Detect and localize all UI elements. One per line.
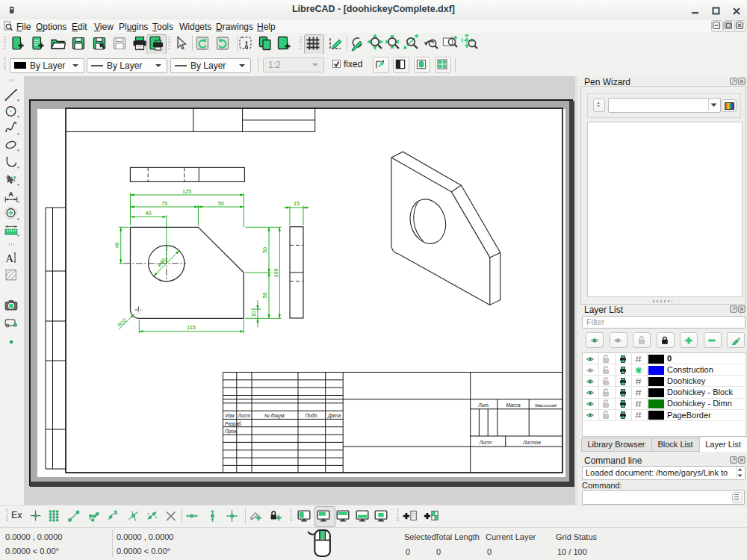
svg-text:A: A	[8, 190, 13, 198]
svg-text:50: 50	[218, 200, 224, 207]
svg-text:Масштаб: Масштаб	[535, 402, 557, 408]
svg-text:Разраб.: Разраб.	[225, 421, 243, 427]
svg-text:Дата: Дата	[327, 413, 341, 419]
svg-text:40: 40	[114, 243, 120, 249]
svg-text:№ докум.: № докум.	[264, 413, 286, 419]
svg-text:Подп.: Подп.	[306, 413, 318, 418]
svg-text:Лит.: Лит.	[477, 402, 489, 408]
svg-text:50: 50	[261, 247, 268, 253]
svg-text:Пров.: Пров.	[225, 429, 238, 435]
svg-text:115: 115	[187, 324, 195, 331]
svg-text:Листов: Листов	[522, 440, 541, 445]
svg-text:Изм: Изм	[226, 413, 235, 418]
svg-text:A: A	[5, 252, 13, 264]
svg-text:125: 125	[182, 188, 191, 195]
svg-text:100: 100	[273, 269, 279, 278]
svg-text:50: 50	[261, 293, 268, 299]
svg-text:40: 40	[146, 210, 152, 217]
svg-text:75: 75	[161, 200, 167, 207]
svg-text:Лист: Лист	[238, 413, 251, 418]
svg-text:15: 15	[294, 200, 300, 207]
svg-text:Масса: Масса	[506, 402, 521, 408]
svg-text:Лист: Лист	[479, 440, 492, 445]
svg-text:10: 10	[251, 311, 256, 317]
